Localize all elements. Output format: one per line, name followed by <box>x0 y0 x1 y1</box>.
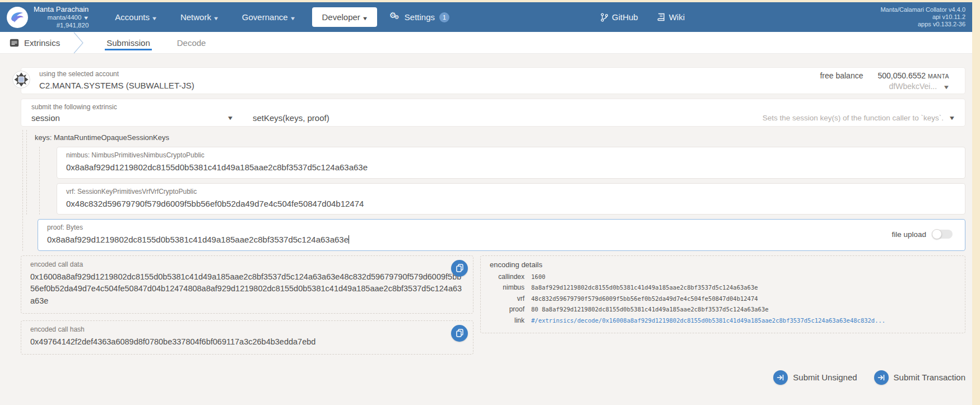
gear-icon: ⚙⚙ <box>389 12 402 23</box>
copy-call-data-button[interactable] <box>451 260 468 277</box>
sign-in-icon <box>874 370 889 385</box>
account-identicon[interactable] <box>12 71 30 91</box>
decode-link[interactable]: #/extrinsics/decode/0x16008a8af929d12198… <box>531 315 885 327</box>
copy-call-hash-button[interactable] <box>451 325 468 342</box>
api-version: api v10.11.2 <box>880 13 965 21</box>
file-upload-control: file upload <box>891 230 953 239</box>
manta-logo-icon <box>7 7 28 28</box>
chevron-down-icon: ▼ <box>943 84 950 90</box>
selected-account[interactable]: using the selected account C2.MANTA.SYST… <box>39 70 820 91</box>
method-value: setKeys(keys, proof) <box>253 113 329 124</box>
menu-network[interactable]: Network▼ <box>169 12 230 22</box>
main-menu: Accounts▼ Network▼ Governance▼ Developer… <box>103 7 449 27</box>
keys-fields: nimbus: NimbusPrimitivesNimbusCryptoPubl… <box>39 147 965 215</box>
chain-info: Manta Parachain manta/4400▼ #1,941,820 <box>34 6 89 29</box>
nimbus-value: 0x8a8af929d1219802dc8155d0b5381c41d49a18… <box>66 162 956 173</box>
encoding-row-vrf: vrf 48c832d59679790f579d6009f5bb56ef0b52… <box>490 294 956 305</box>
sign-in-icon <box>773 370 788 385</box>
free-balance-value: 500,050.6552 <box>877 71 926 80</box>
top-navbar: Manta Parachain manta/4400▼ #1,941,820 A… <box>0 2 980 32</box>
outputs-row: encoded call data 0x16008a8af929d1219802… <box>21 255 965 355</box>
encoded-call-data-value: 0x16008a8af929d1219802dc8155d0b5381c41d4… <box>30 271 464 308</box>
address-short: dfWbekcVei... <box>889 82 937 91</box>
chevron-down-icon: ▼ <box>213 16 220 21</box>
account-name: C2.MANTA.SYSTEMS (SUBWALLET-JS) <box>39 80 820 91</box>
page: Manta Parachain manta/4400▼ #1,941,820 A… <box>0 0 980 405</box>
encoded-call-data-label: encoded call data <box>30 260 464 269</box>
encoding-details-box: encoding details callindex 1600 nimbus 8… <box>480 255 965 334</box>
proof-label: proof: Bytes <box>47 224 891 232</box>
text-cursor <box>349 235 349 244</box>
wiki-link[interactable]: Wiki <box>657 12 685 22</box>
submit-unsigned-button[interactable]: Submit Unsigned <box>773 370 857 385</box>
git-branch-icon <box>601 13 608 22</box>
vrf-label: vrf: SessionKeyPrimitivesVrfVrfCryptoPub… <box>66 188 956 196</box>
chain-name: Manta Parachain <box>34 6 89 13</box>
chevron-down-icon: ▼ <box>289 16 296 21</box>
method-select[interactable]: setKeys(keys, proof) Sets the session ke… <box>253 113 955 124</box>
version-info: Manta/Calamari Collator v4.4.0 api v10.1… <box>880 6 965 28</box>
balance-block: free balance500,050.6552 MANTA dfWbekcVe… <box>820 71 949 91</box>
settings-badge: 1 <box>439 12 449 22</box>
tab-decode[interactable]: Decode <box>175 32 208 53</box>
copy-icon <box>456 264 463 272</box>
file-upload-label: file upload <box>891 230 926 239</box>
external-links: GitHub Wiki <box>601 12 685 22</box>
encoding-row-link: link #/extrinsics/decode/0x16008a8af929d… <box>490 315 956 327</box>
balance-unit: MANTA <box>928 73 949 80</box>
best-block-number: #1,941,820 <box>34 22 89 29</box>
tab-bar: Extrinsics Submission Decode <box>0 32 980 54</box>
pallet-select[interactable]: session ▼ <box>31 113 233 124</box>
encoded-call-hash-value: 0x49764142f2def4363a6089d8f0780be337804f… <box>30 336 464 348</box>
toggle-knob <box>932 229 942 239</box>
breadcrumb-chevron-icon <box>72 32 86 54</box>
encoded-call-hash-label: encoded call hash <box>30 325 464 334</box>
keys-group: keys: MantaRuntimeOpaqueSessionKeys nimb… <box>26 130 965 215</box>
menu-accounts[interactable]: Accounts▼ <box>103 12 169 22</box>
method-help-text: Sets the session key(s) of the function … <box>763 114 944 122</box>
encoding-details-title: encoding details <box>490 260 956 269</box>
chevron-down-icon: ▼ <box>151 16 158 21</box>
encoded-call-data-box: encoded call data 0x16008a8af929d1219802… <box>21 255 473 314</box>
extrinsic-label: submit the following extrinsic <box>31 103 955 111</box>
copy-icon <box>456 329 463 337</box>
extrinsics-icon <box>10 39 19 47</box>
chevron-down-icon: ▼ <box>362 16 369 21</box>
extrinsic-selects: session ▼ setKeys(keys, proof) Sets the … <box>27 113 955 124</box>
menu-governance[interactable]: Governance▼ <box>230 12 307 22</box>
github-link[interactable]: GitHub <box>601 12 638 22</box>
chevron-down-icon: ▼ <box>227 115 234 121</box>
encoding-row-nimbus: nimbus 8a8af929d1219802dc8155d0b5381c41d… <box>490 282 956 294</box>
file-upload-toggle[interactable] <box>932 230 953 239</box>
nimbus-field[interactable]: nimbus: NimbusPrimitivesNimbusCryptoPubl… <box>57 147 965 179</box>
proof-input[interactable]: 0x8a8af929d1219802dc8155d0b5381c41d49a18… <box>47 234 891 245</box>
free-balance-label: free balance <box>820 71 863 80</box>
extrinsic-card: submit the following extrinsic session ▼… <box>21 99 965 127</box>
nimbus-label: nimbus: NimbusPrimitivesNimbusCryptoPubl… <box>66 151 956 160</box>
chain-spec[interactable]: manta/4400▼ <box>34 15 89 21</box>
account-label: using the selected account <box>39 70 820 78</box>
node-version: Manta/Calamari Collator v4.4.0 <box>880 6 965 13</box>
proof-field[interactable]: proof: Bytes 0x8a8af929d1219802dc8155d0b… <box>38 219 965 251</box>
account-address-dropdown[interactable]: dfWbekcVei...▼ <box>820 82 949 91</box>
tab-submission[interactable]: Submission <box>105 32 152 53</box>
vrf-value: 0x48c832d59679790f579d6009f5bb56ef0b52da… <box>66 198 956 210</box>
main-content: using the selected account C2.MANTA.SYST… <box>0 54 980 385</box>
breadcrumb: Extrinsics <box>0 32 60 53</box>
apps-version: apps v0.133.2-36 <box>880 21 965 28</box>
chain-selector[interactable]: Manta Parachain manta/4400▼ #1,941,820 <box>7 6 89 29</box>
actions-row: Submit Unsigned Submit Transaction <box>21 370 965 385</box>
menu-developer[interactable]: Developer▼ <box>312 7 377 27</box>
scrollbar[interactable] <box>972 0 980 405</box>
encoded-call-hash-box: encoded call hash 0x49764142f2def4363a60… <box>21 320 473 355</box>
chevron-down-icon: ▼ <box>83 16 90 21</box>
submit-transaction-button[interactable]: Submit Transaction <box>874 370 965 385</box>
menu-settings[interactable]: ⚙⚙ Settings 1 <box>389 12 449 23</box>
params-group: keys: MantaRuntimeOpaqueSessionKeys nimb… <box>22 130 965 251</box>
keys-type-label: keys: MantaRuntimeOpaqueSessionKeys <box>35 133 965 142</box>
pallet-value: session <box>31 113 60 124</box>
account-card: using the selected account C2.MANTA.SYST… <box>21 67 965 94</box>
chevron-down-icon: ▼ <box>949 115 956 121</box>
book-icon <box>657 13 665 21</box>
vrf-field[interactable]: vrf: SessionKeyPrimitivesVrfVrfCryptoPub… <box>57 183 965 215</box>
